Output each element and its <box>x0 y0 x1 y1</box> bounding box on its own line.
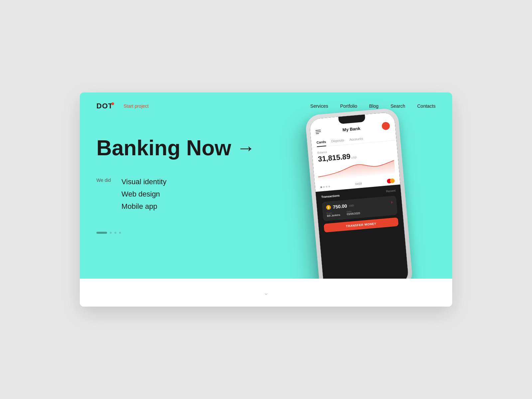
card-number: 0459 <box>355 182 362 186</box>
app-tab-deposits[interactable]: Deposits <box>331 136 344 146</box>
slide-dots <box>80 232 452 244</box>
card-dot <box>323 186 325 188</box>
nav-links: Services Portfolio Blog Search Contacts <box>310 103 436 109</box>
hamburger-line <box>316 130 321 131</box>
we-did-item-0: Visual identity <box>121 176 166 187</box>
hamburger-line <box>316 131 321 132</box>
transactions-title: Transactions <box>321 194 340 199</box>
we-did-items: Visual identity Web design Mobile app <box>121 176 166 212</box>
nav-link-portfolio[interactable]: Portfolio <box>340 103 357 109</box>
app-title: My Bank <box>342 126 361 132</box>
card-dot-active <box>320 186 322 188</box>
we-did-label: We did <box>96 176 111 183</box>
logo-dot <box>111 102 114 105</box>
footer-section: ⌄ <box>80 279 452 307</box>
app-tab-accounts[interactable]: Accounts <box>349 135 363 144</box>
balance-currency: USD <box>351 156 357 159</box>
we-did-item-1: Web design <box>121 189 166 200</box>
balance-card: Balance 31,815.89 USD <box>312 140 399 183</box>
dot-nav-1[interactable] <box>110 232 112 234</box>
logo-text: DOT <box>96 102 113 110</box>
transaction-amount: 750.00 <box>332 203 347 210</box>
transaction-row[interactable]: ₿ 750.00 USD › From <box>322 196 398 221</box>
card-dot <box>328 186 330 187</box>
hamburger-icon[interactable] <box>316 130 321 134</box>
transaction-from-group: From Bill Jenkins <box>327 211 340 217</box>
logo[interactable]: DOT <box>96 102 113 110</box>
phone-outer: My Bank Cards Deposits Accounts <box>305 108 413 279</box>
phone-inner: My Bank Cards Deposits Accounts <box>309 112 409 279</box>
phone-mockup-area: My Bank Cards Deposits Accounts <box>293 113 432 279</box>
nav-link-contacts[interactable]: Contacts <box>417 103 436 109</box>
app-tab-cards[interactable]: Cards <box>316 138 326 147</box>
transactions-recent: Recent <box>386 189 396 193</box>
we-did-item-2: Mobile app <box>121 201 166 212</box>
mastercard-circle-right <box>390 178 395 183</box>
app-avatar[interactable] <box>381 122 390 130</box>
scroll-down-icon[interactable]: ⌄ <box>263 289 269 297</box>
hamburger-line <box>316 133 319 134</box>
nav-link-blog[interactable]: Blog <box>369 103 378 109</box>
phone-screen: My Bank Cards Deposits Accounts <box>309 112 409 279</box>
hero-arrow: → <box>236 138 255 158</box>
card-pagination-dots <box>320 186 330 188</box>
transaction-arrow: › <box>391 199 393 204</box>
transaction-crypto: ₿ 750.00 USD <box>326 202 354 210</box>
start-project-link[interactable]: Start project <box>123 103 148 109</box>
transaction-usd: USD <box>349 204 354 207</box>
dot-nav-2[interactable] <box>114 232 116 234</box>
dot-nav-0[interactable] <box>96 232 107 234</box>
transaction-date-group: Date 03/05/2020 <box>346 209 360 216</box>
hero-title-text: Banking Now <box>96 136 231 160</box>
dot-nav-3[interactable] <box>119 232 121 234</box>
crypto-icon: ₿ <box>326 205 331 210</box>
phone-bottom: Transactions Recent ₿ 750.00 USD <box>316 185 409 279</box>
mastercard-icon <box>387 178 395 184</box>
hero-section: DOT Start project Services Portfolio Blo… <box>80 92 452 279</box>
card-dot <box>326 186 327 187</box>
browser-window: DOT Start project Services Portfolio Blo… <box>80 92 452 307</box>
hero-content: Banking Now → We did Visual identity Web… <box>80 120 452 232</box>
navigation: DOT Start project Services Portfolio Blo… <box>80 92 452 120</box>
nav-link-search[interactable]: Search <box>390 103 405 109</box>
nav-link-services[interactable]: Services <box>310 103 328 109</box>
